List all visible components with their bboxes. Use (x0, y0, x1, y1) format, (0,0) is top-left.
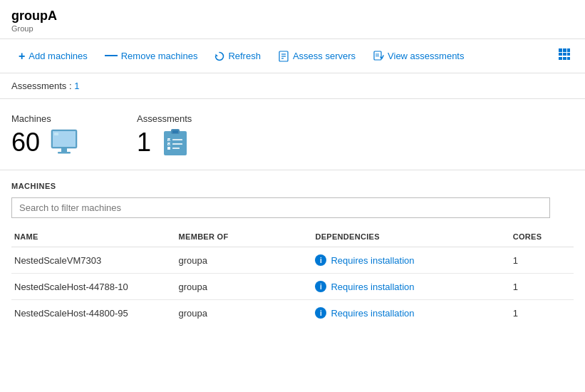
refresh-icon (214, 51, 224, 61)
col-header-member: MEMBER OF (179, 227, 316, 247)
view-assessments-button[interactable]: View assessments (366, 46, 471, 66)
machines-table: NAME MEMBER OF DEPENDENCIES CORES Nested… (11, 227, 574, 326)
machines-section-title: MACHINES (11, 182, 574, 190)
svg-rect-26 (172, 139, 182, 140)
svg-rect-13 (567, 53, 570, 56)
svg-rect-10 (567, 48, 570, 52)
svg-rect-9 (563, 48, 566, 52)
add-machines-button[interactable]: + Add machines (11, 46, 95, 66)
machines-count: 60 (11, 130, 40, 155)
col-header-dependencies: DEPENDENCIES (315, 227, 512, 247)
page-title: groupA (11, 9, 574, 24)
page-header: groupA Group (0, 0, 585, 39)
machines-label: Machines (11, 113, 80, 124)
svg-marker-0 (216, 53, 219, 56)
svg-rect-29 (167, 147, 170, 150)
cell-name: NestedScaleVM7303 (11, 247, 179, 274)
assessments-stat-label: Assessments (137, 113, 192, 124)
view-icon (373, 51, 384, 62)
cell-member: groupa (179, 274, 316, 300)
assessments-stat: Assessments 1 (137, 113, 192, 158)
svg-rect-14 (559, 57, 562, 60)
assessments-icon (160, 127, 191, 158)
info-icon[interactable]: i (315, 254, 326, 266)
requires-installation-link[interactable]: Requires installation (331, 255, 414, 266)
svg-rect-24 (172, 130, 178, 133)
assessments-bar: Assessments : 1 (0, 73, 585, 99)
svg-rect-12 (563, 53, 566, 56)
assessments-count-link[interactable]: 1 (74, 81, 79, 91)
cell-dependencies: i Requires installation (315, 247, 512, 274)
stats-section: Machines 60 Assessments 1 (0, 99, 585, 170)
page-subtitle: Group (11, 24, 574, 33)
svg-rect-19 (61, 148, 67, 152)
plus-icon: + (19, 51, 25, 62)
svg-rect-28 (172, 143, 182, 145)
table-row: NestedScaleHost-44800-95 groupa i Requir… (11, 300, 574, 326)
cell-name: NestedScaleHost-44788-10 (11, 274, 179, 300)
svg-rect-15 (563, 57, 566, 60)
assessments-count: 1 (137, 130, 151, 155)
cell-member: groupa (179, 300, 316, 326)
toolbar: + Add machines Remove machines Refresh A… (0, 39, 585, 73)
assess-icon (278, 51, 289, 62)
svg-rect-20 (58, 152, 71, 154)
col-header-cores: CORES (513, 227, 574, 247)
search-input[interactable] (11, 197, 550, 218)
machines-stat: Machines 60 (11, 113, 80, 158)
table-row: NestedScaleHost-44788-10 groupa i Requir… (11, 274, 574, 300)
svg-rect-8 (559, 48, 562, 52)
requires-installation-link[interactable]: Requires installation (331, 282, 414, 292)
svg-rect-30 (172, 148, 180, 149)
assess-servers-button[interactable]: Assess servers (271, 46, 363, 66)
table-row: NestedScaleVM7303 groupa i Requires inst… (11, 247, 574, 274)
remove-machines-button[interactable]: Remove machines (98, 46, 205, 66)
machines-section: MACHINES NAME MEMBER OF DEPENDENCIES COR… (0, 170, 585, 326)
assessments-label: Assessments : (11, 81, 72, 91)
cell-cores: 1 (513, 247, 574, 274)
grid-view-icon[interactable] (555, 45, 574, 67)
cell-dependencies: i Requires installation (315, 300, 512, 326)
info-icon[interactable]: i (315, 281, 326, 292)
svg-rect-16 (567, 57, 570, 60)
col-header-name: NAME (11, 227, 179, 247)
svg-rect-21 (54, 133, 58, 135)
refresh-button[interactable]: Refresh (207, 46, 268, 66)
remove-icon (105, 55, 118, 57)
cell-cores: 1 (513, 274, 574, 300)
machines-icon (48, 127, 80, 158)
cell-name: NestedScaleHost-44800-95 (11, 300, 179, 326)
info-icon[interactable]: i (315, 307, 326, 319)
cell-cores: 1 (513, 300, 574, 326)
requires-installation-link[interactable]: Requires installation (331, 308, 414, 319)
cell-member: groupa (179, 247, 316, 274)
svg-rect-11 (559, 53, 562, 56)
cell-dependencies: i Requires installation (315, 274, 512, 300)
